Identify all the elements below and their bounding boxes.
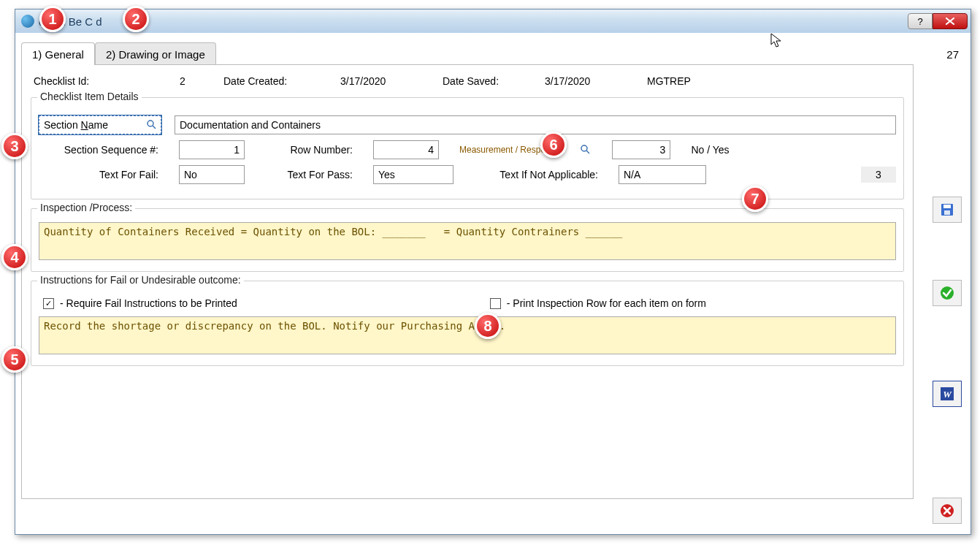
text-na-field[interactable] xyxy=(619,165,706,184)
close-button[interactable] xyxy=(933,13,968,29)
text-fail-field[interactable] xyxy=(179,165,245,184)
help-button[interactable]: ? xyxy=(908,13,933,29)
svg-point-7 xyxy=(941,286,954,300)
svg-rect-6 xyxy=(944,210,950,215)
section-seq-field[interactable] xyxy=(179,140,245,159)
annotation-badge-2: 2 xyxy=(123,6,149,32)
app-icon xyxy=(21,15,34,28)
svg-line-3 xyxy=(586,151,589,153)
measurement-field[interactable] xyxy=(612,140,670,159)
group-inspection: Inspection /Process: xyxy=(31,208,904,272)
side-button-bar: W xyxy=(928,39,965,528)
annotation-badge-3: 3 xyxy=(1,133,28,159)
search-icon[interactable] xyxy=(580,144,592,156)
user-value: MGTREP xyxy=(647,75,691,87)
text-pass-label: Text For Pass: xyxy=(265,169,353,180)
row-number-label: Row Number: xyxy=(265,144,353,156)
search-icon[interactable] xyxy=(146,119,158,131)
print-each-label: - Print Inspection Row for each item on … xyxy=(507,297,706,309)
text-pass-field[interactable] xyxy=(373,165,453,184)
section-name-label: Section Name xyxy=(44,119,108,131)
annotation-badge-1: 1 xyxy=(39,6,66,32)
cancel-button[interactable] xyxy=(933,498,962,524)
section-seq-label: Section Sequence #: xyxy=(39,144,158,156)
check-icon xyxy=(939,285,955,301)
group-inspection-title: Inspection /Process: xyxy=(37,202,135,213)
row-number-field[interactable] xyxy=(373,140,439,159)
require-print-label: - Require Fail Instructions to be Printe… xyxy=(60,297,237,309)
measurement-suffix: No / Yes xyxy=(691,144,729,156)
svg-line-1 xyxy=(153,126,156,129)
word-icon: W xyxy=(939,386,955,402)
date-created-label: Date Created: xyxy=(223,75,311,87)
annotation-badge-6: 6 xyxy=(540,132,567,158)
section-name-field[interactable] xyxy=(175,115,896,134)
checklist-id-label: Checklist Id: xyxy=(34,75,150,87)
group-item-details-title: Checklist Item Details xyxy=(37,91,142,102)
checklist-id-value: 2 xyxy=(180,75,194,87)
svg-point-0 xyxy=(148,121,153,126)
annotation-badge-7: 7 xyxy=(742,186,768,212)
annotation-badge-8: 8 xyxy=(475,313,501,339)
tab-drawing[interactable]: 2) Drawing or Image xyxy=(95,42,216,65)
tab-general[interactable]: 1) General xyxy=(21,42,95,65)
date-saved-value: 3/17/2020 xyxy=(545,75,618,87)
section-name-lookup[interactable]: Section Name xyxy=(39,115,161,134)
text-na-label: Text If Not Applicable: xyxy=(474,169,598,180)
tab-panel-general: Checklist Id: 2 Date Created: 3/17/2020 … xyxy=(21,64,914,499)
svg-rect-5 xyxy=(943,205,951,208)
require-print-checkbox[interactable]: ✓ xyxy=(43,298,54,309)
group-item-details: Checklist Item Details Section Name Sect… xyxy=(31,97,904,199)
floppy-icon xyxy=(940,202,954,217)
print-each-checkbox[interactable] xyxy=(490,298,501,309)
date-saved-label: Date Saved: xyxy=(443,75,516,87)
mouse-cursor-icon xyxy=(770,33,784,51)
app-window: d Will Be C d ? 1) General 2) Drawing or… xyxy=(15,9,971,535)
ok-button[interactable] xyxy=(933,280,962,306)
cancel-icon xyxy=(939,503,955,519)
save-button[interactable] xyxy=(933,197,962,223)
header-row: Checklist Id: 2 Date Created: 3/17/2020 … xyxy=(31,72,904,91)
titlebar: d Will Be C d ? xyxy=(15,9,971,33)
word-export-button[interactable]: W xyxy=(933,381,962,407)
annotation-badge-4: 4 xyxy=(1,244,28,270)
tab-strip: 1) General 2) Drawing or Image 27 xyxy=(21,39,965,65)
text-fail-label: Text For Fail: xyxy=(39,169,158,180)
window-controls: ? xyxy=(908,13,968,29)
instructions-textarea[interactable] xyxy=(39,316,896,354)
annotation-badge-5: 5 xyxy=(1,346,28,373)
date-created-value: 3/17/2020 xyxy=(340,75,413,87)
group-instructions: Instructions for Fail or Undesirable out… xyxy=(31,281,904,366)
svg-point-2 xyxy=(581,145,587,151)
inspection-textarea[interactable] xyxy=(39,222,896,260)
readonly-count: 3 xyxy=(861,167,896,183)
svg-text:W: W xyxy=(943,389,952,400)
group-instructions-title: Instructions for Fail or Undesirable out… xyxy=(37,274,244,286)
content-area: 1) General 2) Drawing or Image 27 Checkl… xyxy=(21,39,965,528)
